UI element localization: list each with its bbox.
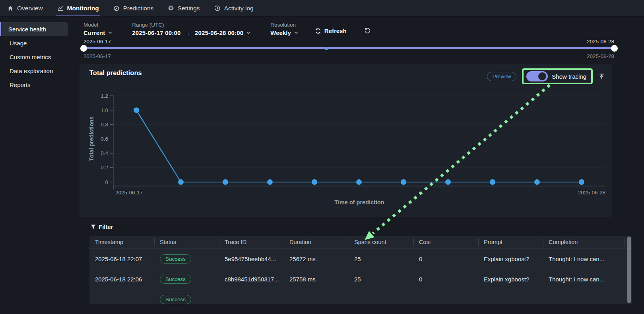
slider-track[interactable] [83, 47, 614, 49]
range-end: 2025-06-28 00:00 [195, 29, 243, 36]
nav-item-activity-log[interactable]: Activity log [214, 0, 254, 16]
col-header-spans-count: Spans count [349, 236, 413, 248]
range-control: Range (UTC) 2025-06-17 00:00 → 2025-06-2… [132, 22, 250, 36]
model-control: Model Current [83, 22, 112, 36]
preview-badge: Preview [487, 72, 516, 81]
traces-table: Timestamp Status Trace ID Duration Spans… [89, 236, 632, 304]
cell-status: Success [154, 249, 219, 269]
cell-timestamp [89, 289, 154, 304]
cell-timestamp: 2025-06-18 22:06 [89, 269, 154, 289]
target-icon [113, 5, 120, 12]
svg-text:0: 0 [105, 179, 108, 185]
sidebar-item-custom-metrics[interactable]: Custom metrics [0, 50, 68, 64]
total-predictions-panel: Total predictions Preview Show tracing T… [80, 64, 612, 217]
svg-text:0.4: 0.4 [101, 150, 108, 156]
cell-prompt: Explain xgboost? [478, 249, 543, 269]
sidebar-item-service-health[interactable]: Service health [0, 22, 68, 36]
nav-label: Activity log [224, 5, 254, 12]
nav-item-settings[interactable]: ⚙ Settings [168, 0, 200, 16]
slider-end-label-top: 2025-06-28 [587, 39, 614, 45]
status-badge: Success [160, 295, 191, 304]
date-range-slider: 2025-06-17 2025-06-28 2025-06-17 2025-06… [83, 39, 614, 59]
cell-prompt: Explain xgboost? [478, 269, 543, 289]
svg-text:0.2: 0.2 [101, 165, 108, 171]
filter-label: Filter [99, 223, 113, 230]
show-tracing-toggle[interactable] [526, 71, 548, 81]
cell-trace-id: 5e95475beebb44... [219, 249, 284, 269]
resolution-label: Resolution [270, 22, 298, 28]
sidebar-item-data-exploration[interactable]: Data exploration [0, 64, 68, 78]
svg-text:Time of prediction: Time of prediction [334, 199, 384, 205]
nav-label: Overview [17, 5, 43, 12]
total-predictions-chart: 00.20.40.60.81.01.22025-06-172025-06-28T… [80, 92, 612, 211]
gear-icon: ⚙ [168, 5, 174, 12]
chevron-down-icon [294, 31, 298, 34]
cell-timestamp: 2025-06-18 22:07 [89, 249, 154, 269]
range-label: Range (UTC) [132, 22, 250, 28]
svg-text:0.6: 0.6 [101, 136, 108, 142]
cell-trace-id: c8b98451d950317... [219, 269, 284, 289]
cell-duration [284, 289, 349, 304]
cell-cost: 0 [413, 249, 478, 269]
svg-text:1.0: 1.0 [101, 107, 108, 113]
show-tracing-label: Show tracing [552, 73, 586, 80]
col-header-trace-id: Trace ID [219, 236, 284, 248]
col-header-duration: Duration [284, 236, 349, 248]
nav-item-predictions[interactable]: Predictions [113, 0, 154, 16]
resolution-select[interactable]: Weekly [270, 29, 298, 36]
model-select[interactable]: Current [83, 29, 112, 36]
export-icon[interactable] [598, 73, 605, 80]
col-header-timestamp: Timestamp [89, 236, 154, 248]
cell-completion: Thought: I now can... [543, 269, 632, 289]
toggle-knob [538, 72, 546, 80]
cell-status: Success [154, 269, 219, 289]
refresh-button[interactable]: Refresh [315, 27, 347, 34]
cell-duration: 25672 ms [284, 249, 349, 269]
sidebar-item-reports[interactable]: Reports [0, 78, 68, 92]
svg-text:1.2: 1.2 [101, 93, 108, 99]
slider-mid-dot [325, 47, 328, 50]
funnel-icon [91, 224, 96, 229]
nav-label: Monitoring [67, 5, 99, 12]
cell-prompt [478, 289, 543, 304]
table-row[interactable]: 2025-06-18 22:06 Success c8b98451d950317… [89, 269, 632, 289]
col-header-prompt: Prompt [478, 236, 543, 248]
panel-title: Total predictions [89, 69, 142, 77]
chevron-down-icon [246, 31, 250, 34]
svg-text:2025-06-17: 2025-06-17 [115, 190, 143, 196]
filter-button[interactable]: Filter [91, 223, 113, 230]
sidebar-item-usage[interactable]: Usage [0, 36, 68, 50]
range-start: 2025-06-17 00:00 [132, 29, 180, 36]
cell-completion: Thought: I now can... [543, 249, 632, 269]
panel-header-actions: Preview Show tracing [487, 68, 605, 84]
nav-item-monitoring[interactable]: Monitoring [57, 0, 99, 16]
model-label: Model [83, 22, 112, 28]
history-icon [214, 5, 221, 12]
slider-start-label-bottom: 2025-06-17 [83, 53, 111, 59]
slider-handle-left[interactable] [80, 45, 87, 52]
col-header-completion: Completion [543, 236, 632, 248]
home-icon [7, 5, 14, 12]
cell-status: Success [154, 289, 219, 304]
reset-icon[interactable] [364, 27, 371, 34]
resolution-control: Resolution Weekly [270, 22, 298, 36]
main-content: Model Current Range (UTC) 2025-06-17 00:… [74, 17, 644, 314]
range-select[interactable]: 2025-06-17 00:00 → 2025-06-28 00:00 [132, 29, 250, 36]
cell-spans-count: 25 [349, 269, 413, 289]
slider-start-label-top: 2025-06-17 [83, 39, 111, 45]
slider-handle-right[interactable] [611, 45, 618, 52]
nav-label: Settings [178, 5, 200, 12]
table-header-row: Timestamp Status Trace ID Duration Spans… [89, 236, 632, 248]
table-row[interactable]: Success [89, 289, 632, 304]
refresh-icon [315, 28, 321, 34]
status-badge: Success [160, 275, 191, 284]
cell-completion [543, 289, 632, 304]
cell-cost: 0 [413, 269, 478, 289]
table-scrollbar[interactable] [627, 236, 631, 303]
table-row[interactable]: 2025-06-18 22:07 Success 5e95475beebb44.… [89, 248, 632, 269]
toolbar: Model Current Range (UTC) 2025-06-17 00:… [83, 22, 644, 36]
slider-end-label-bottom: 2025-06-28 [587, 53, 614, 59]
svg-text:0.8: 0.8 [101, 122, 108, 128]
nav-item-overview[interactable]: Overview [7, 0, 43, 16]
nav-label: Predictions [123, 5, 154, 12]
